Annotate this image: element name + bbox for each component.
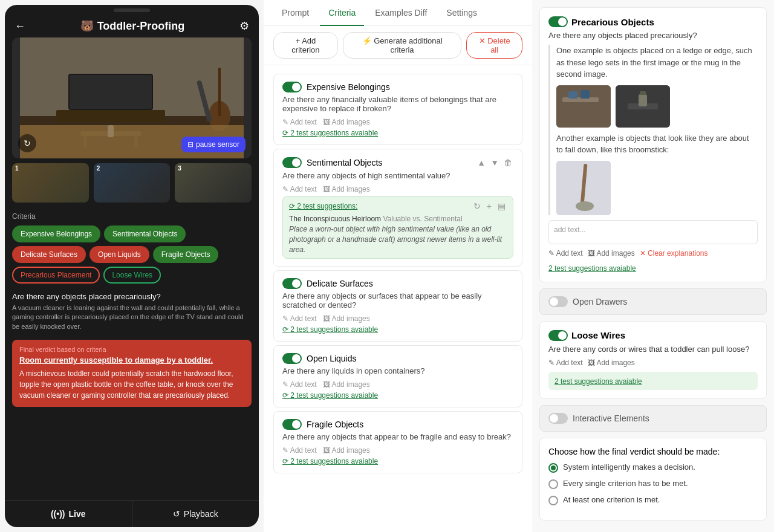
detection-desc: A vacuum cleaner is leaning against the … <box>12 303 252 331</box>
criterion-expensive-add-row: ✎ Add text 🖼 Add images <box>282 118 513 126</box>
add-suggestion[interactable]: + <box>486 200 493 212</box>
suggestions-link-delicate[interactable]: ⟳ 2 test suggestions avaiable <box>282 325 513 334</box>
detail-precarious: Precarious Objects Are there any objects… <box>539 7 767 282</box>
add-text-delicate[interactable]: ✎ Add text <box>282 314 317 323</box>
add-images-sentimental[interactable]: 🖼 Add images <box>323 185 370 193</box>
add-text-loose-wires[interactable]: ✎ Add text <box>548 358 583 367</box>
right-panel: Precarious Objects Are there any objects… <box>532 0 774 532</box>
toggle-sentimental[interactable] <box>282 157 302 168</box>
add-text-fragile[interactable]: ✎ Add text <box>282 446 317 455</box>
collapsed-interactive-elements[interactable]: Interactive Elements <box>539 405 767 432</box>
tab-settings[interactable]: Settings <box>438 1 486 26</box>
open-drawers-title: Open Drawers <box>573 297 627 307</box>
back-button[interactable]: ← <box>15 20 25 33</box>
thumbnail-3[interactable]: 3 <box>175 163 252 203</box>
tag-loose-wires[interactable]: Loose Wires <box>103 267 161 284</box>
suggestions-link-fragile[interactable]: ⟳ 2 test suggestions avaiable <box>282 457 513 465</box>
toggle-delicate[interactable] <box>282 278 302 289</box>
expand-up-sentimental[interactable]: ▲ <box>476 157 487 169</box>
detail-precarious-question: Are there any objects placed precariousl… <box>548 31 758 40</box>
add-text-precarious[interactable]: ✎ Add text <box>548 249 583 258</box>
verdict-option-1[interactable]: Every single criterion has to be met. <box>548 479 758 489</box>
criterion-delicate: Delicate Surfaces Are there any objects … <box>273 270 522 342</box>
settings-button[interactable]: ⚙ <box>239 19 249 33</box>
verdict-option-2[interactable]: At least one criterion is met. <box>548 495 758 505</box>
svg-rect-15 <box>568 91 577 99</box>
toggle-fragile[interactable] <box>282 419 302 430</box>
tag-precarious-placement[interactable]: Precarious Placement <box>12 267 100 284</box>
tag-expensive-belongings[interactable]: Expensive Belongings <box>12 225 100 242</box>
playback-icon: ↺ <box>173 509 180 519</box>
toggle-open-liquids[interactable] <box>282 353 302 364</box>
criterion-open-liquids-title: Open Liquids <box>307 354 357 363</box>
criterion-sentimental-header: Sentimental Objects ▲ ▼ 🗑 <box>282 157 513 169</box>
svg-rect-6 <box>218 68 221 116</box>
clear-explanations-precarious[interactable]: ✕ Clear explanations <box>640 249 708 258</box>
criterion-sentimental-title: Sentimental Objects <box>307 158 382 167</box>
expand-down-sentimental[interactable]: ▼ <box>489 157 500 169</box>
radio-circle-1 <box>548 479 558 489</box>
tab-examples-diff[interactable]: Examples Diff <box>366 1 435 26</box>
toolbar: + Add criterion ⚡ Generate additional cr… <box>264 26 532 65</box>
criterion-expensive-desc: Are there any financially valuable items… <box>282 95 513 113</box>
suggestions-link-open-liquids[interactable]: ⟳ 2 test suggestions avaiable <box>282 391 513 400</box>
precarious-add-text[interactable]: add text... <box>548 220 758 244</box>
thumbnail-2[interactable]: 2 <box>94 163 171 203</box>
criteria-list: Expensive Belongings Are there any finan… <box>264 65 532 532</box>
refresh-button[interactable]: ↻ <box>18 134 36 152</box>
tag-delicate-surfaces[interactable]: Delicate Surfaces <box>12 246 86 263</box>
main-image: ↻ ⊟ pause sensor <box>12 37 252 158</box>
suggestion-title: The Inconspicuous Heirloom Valuable vs. … <box>289 215 507 223</box>
suggestions-loose-wires[interactable]: 2 test suggestions avaiable <box>554 377 642 386</box>
criterion-delicate-title: Delicate Surfaces <box>307 279 373 288</box>
suggestions-link-expensive[interactable]: ⟳ 2 test suggestions avaiable <box>282 129 513 137</box>
toggle-open-drawers[interactable] <box>548 296 568 307</box>
add-criterion-button[interactable]: + Add criterion <box>273 32 338 59</box>
view-suggestion[interactable]: ▤ <box>496 200 507 212</box>
thumbnail-row: 1 2 3 <box>5 158 259 207</box>
toggle-loose-wires[interactable] <box>548 330 568 341</box>
thumbnail-1[interactable]: 1 <box>12 163 89 203</box>
svg-point-23 <box>576 201 594 211</box>
suggestions-precarious[interactable]: 2 test suggestions avaiable <box>548 264 636 273</box>
tag-sentimental-objects[interactable]: Sentimental Objects <box>104 225 186 242</box>
delete-all-button[interactable]: ✕ Delete all <box>466 32 522 59</box>
example-img-1 <box>556 85 611 128</box>
add-text-expensive[interactable]: ✎ Add text <box>282 118 317 126</box>
suggestions-badge-sentimental: ⟳ 2 test suggestions: ↻ + ▤ The Inconspi… <box>282 196 513 259</box>
generate-criteria-button[interactable]: ⚡ Generate additional criteria <box>343 32 461 59</box>
add-images-precarious[interactable]: 🖼 Add images <box>588 249 635 258</box>
playback-button[interactable]: ↺ Playback <box>132 501 259 527</box>
add-images-delicate[interactable]: 🖼 Add images <box>323 314 370 323</box>
live-icon: ((•)) <box>51 509 65 519</box>
precarious-example-images <box>556 85 758 128</box>
add-images-fragile[interactable]: 🖼 Add images <box>323 446 370 455</box>
add-images-open-liquids[interactable]: 🖼 Add images <box>323 380 370 389</box>
live-button[interactable]: ((•)) Live <box>5 501 132 527</box>
tab-criteria[interactable]: Criteria <box>320 1 364 26</box>
toggle-precarious-right[interactable] <box>548 16 568 27</box>
add-images-expensive[interactable]: 🖼 Add images <box>323 118 370 126</box>
verdict-title: Room currently susceptible to damage by … <box>19 355 244 365</box>
add-text-sentimental[interactable]: ✎ Add text <box>282 185 317 193</box>
tag-open-liquids[interactable]: Open Liquids <box>89 246 149 263</box>
verdict-option-0[interactable]: System intelligently makes a decision. <box>548 462 758 473</box>
tab-prompt[interactable]: Prompt <box>273 1 317 26</box>
toggle-expensive[interactable] <box>282 82 302 92</box>
delete-sentimental[interactable]: 🗑 <box>502 157 513 169</box>
suggestions-link-sentimental[interactable]: ⟳ 2 test suggestions: <box>289 202 357 210</box>
refresh-suggestion[interactable]: ↻ <box>472 200 482 212</box>
criterion-fragile-add-row: ✎ Add text 🖼 Add images <box>282 446 513 455</box>
tag-fragile-objects[interactable]: Fragile Objects <box>153 246 219 263</box>
add-images-loose-wires[interactable]: 🖼 Add images <box>588 358 635 367</box>
collapsed-open-drawers[interactable]: Open Drawers <box>539 288 767 315</box>
svg-rect-20 <box>640 91 646 95</box>
app-title-emoji: 🐻 <box>80 19 94 33</box>
add-text-open-liquids[interactable]: ✎ Add text <box>282 380 317 389</box>
detail-loose-wires-add-row: ✎ Add text 🖼 Add images <box>548 358 758 367</box>
radio-circle-0 <box>548 463 558 473</box>
toggle-interactive-elements[interactable] <box>548 413 568 424</box>
criterion-open-liquids: Open Liquids Are there any liquids in op… <box>273 345 522 407</box>
pause-sensor-button[interactable]: ⊟ pause sensor <box>181 137 246 152</box>
phone-notch <box>114 8 150 12</box>
